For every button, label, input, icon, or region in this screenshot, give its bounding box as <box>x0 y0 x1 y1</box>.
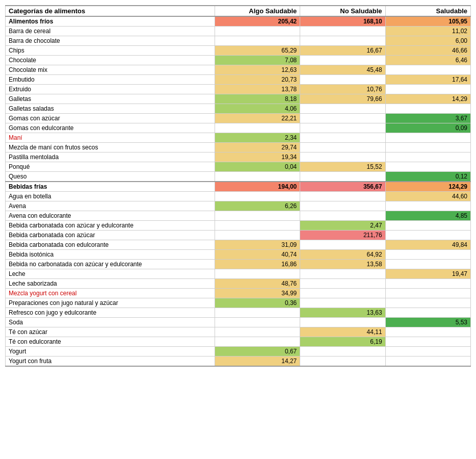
table-row: Barra de chocolate6,00 <box>6 36 471 46</box>
col3-value <box>385 104 470 114</box>
category-name: Barra de chocolate <box>6 36 215 46</box>
table-row: Alimentos fríos205,42168,10105,95 <box>6 16 471 27</box>
table-row: Ponqué0,0415,52 <box>6 162 471 172</box>
col1-value: 14,27 <box>215 356 300 367</box>
col1-value <box>215 318 300 327</box>
col3-value: 105,95 <box>385 16 470 27</box>
col3-value <box>385 337 470 347</box>
category-name: Preparaciones con jugo natural y azúcar <box>6 298 215 308</box>
table-row: Pastilla mentolada19,34 <box>6 152 471 162</box>
col3-value: 4,85 <box>385 211 470 221</box>
table-row: Galletas8,1879,6614,29 <box>6 94 471 104</box>
table-row: Embutido20,7317,64 <box>6 75 471 85</box>
table-row: Queso0,12 <box>6 172 471 182</box>
col3-value: 0,12 <box>385 172 470 182</box>
table-row: Leche saborizada48,76 <box>6 279 471 289</box>
col3-value: 11,02 <box>385 27 470 36</box>
col1-value: 20,73 <box>215 75 300 85</box>
col2-value: 211,76 <box>300 231 385 240</box>
table-row: Extruido13,7810,76 <box>6 85 471 94</box>
category-name: Avena con edulcorante <box>6 211 215 221</box>
col2-value <box>300 318 385 327</box>
table-row: Bebida carbonatada con edulcorante31,094… <box>6 240 471 250</box>
col3-value: 14,29 <box>385 94 470 104</box>
category-name: Queso <box>6 172 215 182</box>
col2-value <box>300 298 385 308</box>
table-row: Avena con edulcorante4,85 <box>6 211 471 221</box>
table-row: Barra de cereal11,02 <box>6 27 471 36</box>
category-name: Chocolate <box>6 56 215 65</box>
table-row: Bebida carbonatada con azúcar211,76 <box>6 231 471 240</box>
col3-value <box>385 298 470 308</box>
col2-value <box>300 269 385 279</box>
col3-value <box>385 201 470 211</box>
category-name: Bebidas frías <box>6 182 215 192</box>
col1-value: 31,09 <box>215 240 300 250</box>
category-name: Galletas <box>6 94 215 104</box>
header-col3: Saludable <box>385 6 470 16</box>
category-name: Mezcla de maní con frutos secos <box>6 143 215 152</box>
col1-value: 48,76 <box>215 279 300 289</box>
category-name: Bebida carbonatada con azúcar y edulcora… <box>6 221 215 231</box>
col1-value: 13,78 <box>215 85 300 94</box>
col3-value <box>385 143 470 152</box>
col3-value <box>385 260 470 269</box>
table-row: Bebida isotónica40,7464,92 <box>6 250 471 260</box>
category-name: Embutido <box>6 75 215 85</box>
col1-value <box>215 269 300 279</box>
col2-value <box>300 240 385 250</box>
col2-value: 79,66 <box>300 94 385 104</box>
col2-value: 2,47 <box>300 221 385 231</box>
col1-value: 0,04 <box>215 162 300 172</box>
category-name: Chips <box>6 46 215 56</box>
category-name: Pastilla mentolada <box>6 152 215 162</box>
category-name: Ponqué <box>6 162 215 172</box>
col1-value: 65,29 <box>215 46 300 56</box>
table-row: Agua en botella44,60 <box>6 192 471 201</box>
col2-value <box>300 289 385 298</box>
col2-value <box>300 75 385 85</box>
col1-value: 19,34 <box>215 152 300 162</box>
col1-value <box>215 192 300 201</box>
col3-value: 5,53 <box>385 318 470 327</box>
col2-value <box>300 279 385 289</box>
col1-value <box>215 123 300 133</box>
col3-value: 0,09 <box>385 123 470 133</box>
col3-value: 49,84 <box>385 240 470 250</box>
col1-value <box>215 211 300 221</box>
table-row: Chips65,2916,6746,66 <box>6 46 471 56</box>
header-category: Categorías de alimentos <box>6 6 215 16</box>
table-row: Bebida no carbonatada con azúcar y edulc… <box>6 260 471 269</box>
col2-value <box>300 104 385 114</box>
col3-value <box>385 221 470 231</box>
col2-value <box>300 211 385 221</box>
table-row: Yogurt con fruta14,27 <box>6 356 471 367</box>
table-row: Té con edulcorante6,19 <box>6 337 471 347</box>
col1-value: 0,67 <box>215 347 300 356</box>
table-row: Mezcla yogurt con cereal34,99 <box>6 289 471 298</box>
header-col1: Algo Saludable <box>215 6 300 16</box>
table-row: Mezcla de maní con frutos secos29,74 <box>6 143 471 152</box>
category-name: Avena <box>6 201 215 211</box>
col3-value: 6,46 <box>385 56 470 65</box>
col2-value <box>300 36 385 46</box>
category-name: Alimentos fríos <box>6 16 215 27</box>
col2-value <box>300 152 385 162</box>
col1-value: 194,00 <box>215 182 300 192</box>
col1-value <box>215 327 300 337</box>
col3-value <box>385 308 470 318</box>
col1-value <box>215 337 300 347</box>
col3-value <box>385 133 470 143</box>
col3-value: 19,47 <box>385 269 470 279</box>
category-name: Extruido <box>6 85 215 94</box>
col2-value <box>300 192 385 201</box>
col1-value: 34,99 <box>215 289 300 298</box>
category-name: Leche saborizada <box>6 279 215 289</box>
category-name: Bebida isotónica <box>6 250 215 260</box>
col2-value: 44,11 <box>300 327 385 337</box>
col1-value: 0,36 <box>215 298 300 308</box>
col2-value <box>300 143 385 152</box>
col2-value <box>300 27 385 36</box>
col2-value: 356,67 <box>300 182 385 192</box>
col2-value <box>300 356 385 367</box>
